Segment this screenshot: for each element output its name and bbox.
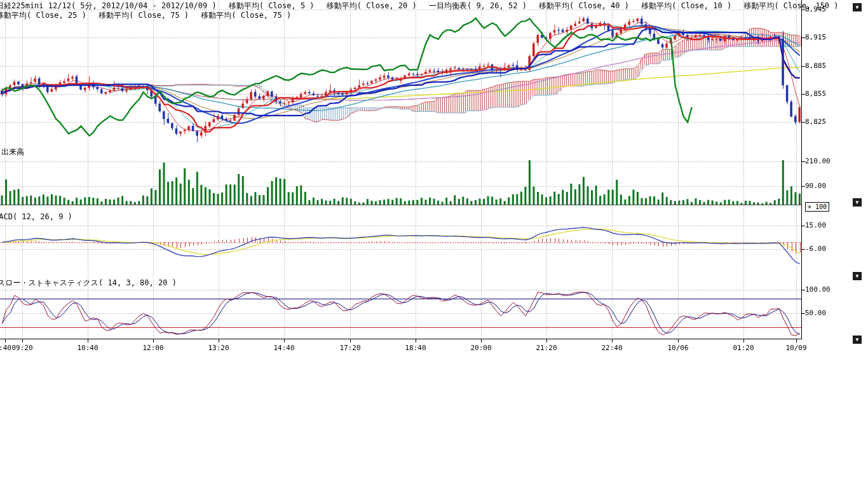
triangle-down-icon: ▼	[856, 337, 859, 342]
stochastics-pane-label: スロー・ストキャスティクス( 14, 3, 80, 20 )	[0, 278, 177, 288]
time-axis-label: 10/06	[667, 344, 688, 352]
chart-window: 日経225mini 12/12( 5分, 2012/10/04 - 2012/1…	[0, 0, 868, 488]
value-axis-label: 8,825	[805, 118, 826, 126]
pane-scroll-button-stoch[interactable]: ▼	[853, 336, 862, 344]
value-axis-label: 15.00	[805, 221, 826, 229]
value-axis-label: 8,885	[805, 62, 826, 70]
time-axis-label: 17:20	[339, 344, 360, 352]
time-axis-label: 14:40	[273, 344, 294, 352]
volume-multiplier-badge: × 100	[805, 202, 829, 212]
time-axis-label: 13:20	[208, 344, 229, 352]
time-axis-label: 21:20	[536, 344, 557, 352]
value-axis-label: 50.00	[805, 309, 826, 317]
time-axis-label: 01:20	[733, 344, 754, 352]
value-axis-label: -6.00	[805, 245, 826, 253]
volume-pane-label: 出来高	[1, 147, 24, 158]
value-axis-label: 210.00	[805, 157, 831, 165]
value-axis-label: 8,915	[805, 33, 826, 41]
chart-plot-area[interactable]	[0, 0, 868, 356]
pane-scroll-button-volume[interactable]: ▼	[853, 198, 862, 207]
value-axis-label: 90.00	[805, 182, 826, 190]
triangle-down-icon: ▼	[856, 273, 859, 279]
chart-header-line2: 移動平均( Close, 25 ) 移動平均( Close, 75 ) 移動平均…	[0, 10, 291, 21]
time-axis-label: 18:40	[405, 344, 426, 352]
time-axis-label: 10:40	[77, 344, 98, 352]
time-axis-label: 20:00	[470, 344, 491, 352]
value-axis-label: 8,945	[805, 5, 826, 13]
time-axis-label: 09:20	[11, 344, 32, 352]
pane-scroll-button-macd[interactable]: ▼	[853, 272, 862, 280]
pane-scroll-button-price[interactable]: ▼	[853, 3, 862, 11]
time-axis-label: 12:00	[142, 344, 163, 352]
macd-pane-label: MACD( 12, 26, 9 )	[0, 212, 72, 221]
triangle-down-icon: ▼	[856, 200, 859, 205]
value-axis-label: 8,855	[805, 90, 826, 98]
triangle-down-icon: ▼	[856, 4, 859, 10]
time-axis-label: 22:40	[601, 344, 622, 352]
value-axis-label: 100.00	[805, 285, 831, 294]
time-axis-label: 10/09	[785, 344, 806, 352]
time-axis-label: :40	[0, 344, 11, 352]
